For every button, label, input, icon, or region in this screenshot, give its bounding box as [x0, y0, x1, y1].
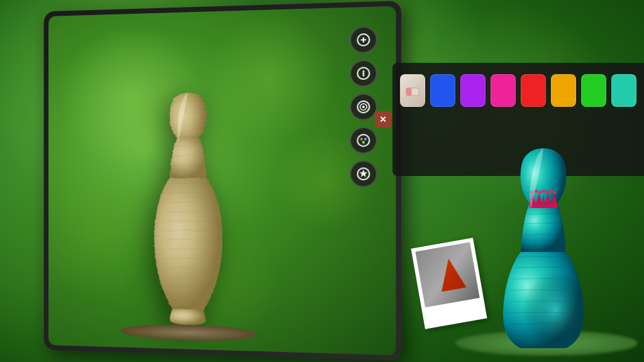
menu-icon [350, 60, 377, 87]
vase-container [78, 47, 301, 341]
svg-point-2 [362, 70, 364, 72]
brushes-icon [350, 93, 377, 121]
eraser-swatch[interactable] [400, 74, 425, 107]
svg-point-8 [357, 134, 369, 146]
svg-point-10 [364, 138, 367, 140]
svg-point-22 [553, 191, 557, 194]
red-swatch[interactable] [521, 74, 546, 107]
tablet-left [44, 1, 401, 361]
teal-swatch[interactable] [611, 74, 636, 107]
menu-button[interactable] [350, 60, 377, 89]
ornament-icon [350, 160, 377, 187]
pink-swatch[interactable] [491, 74, 516, 107]
blue-swatch[interactable] [430, 74, 455, 107]
brushes-button[interactable] [350, 93, 377, 122]
orange-swatch[interactable] [551, 74, 576, 107]
clear-button[interactable] [350, 26, 377, 55]
svg-point-20 [546, 191, 549, 194]
svg-point-4 [362, 74, 364, 76]
clay-vase [126, 86, 250, 339]
svg-rect-14 [406, 88, 411, 96]
colours-button[interactable] [350, 127, 377, 155]
tablet-screen [48, 6, 396, 356]
svg-point-18 [538, 191, 541, 194]
svg-point-3 [362, 72, 364, 74]
svg-point-21 [550, 190, 553, 193]
teal-vase-container [462, 142, 625, 349]
toolbar [341, 26, 386, 189]
colours-icon [350, 127, 377, 154]
colour-swatches-row [400, 74, 636, 107]
clear-icon [350, 26, 377, 53]
svg-point-9 [360, 138, 363, 140]
svg-point-7 [362, 106, 365, 108]
ornament-button[interactable] [350, 160, 377, 189]
green-swatch[interactable] [581, 74, 606, 107]
close-button[interactable]: ✕ [375, 111, 391, 128]
svg-point-19 [542, 190, 545, 193]
svg-point-11 [362, 141, 365, 143]
purple-swatch[interactable] [460, 74, 486, 107]
